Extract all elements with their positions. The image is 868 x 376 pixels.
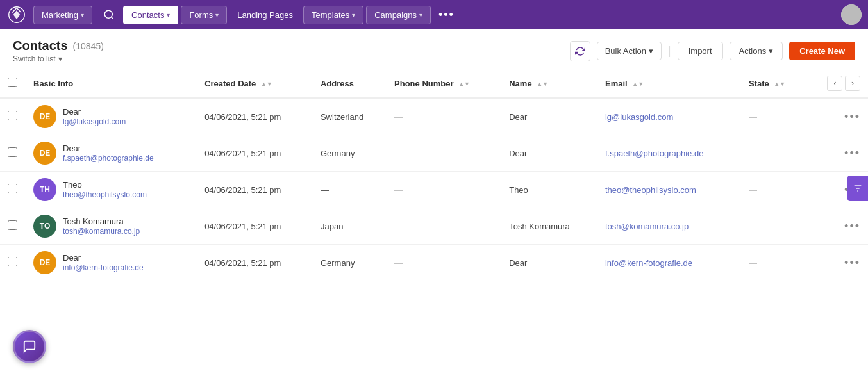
address-cell: Germany <box>313 135 387 172</box>
import-label: Import <box>689 46 712 56</box>
nav-templates[interactable]: Templates ▾ <box>303 6 363 24</box>
created-date-cell: 04/06/2021, 5:21 pm <box>197 245 313 281</box>
nav-campaigns[interactable]: Campaigns ▾ <box>366 6 431 24</box>
address-cell: Japan <box>313 208 387 245</box>
header-actions: Bulk Action ▾ | Import Actions ▾ Create … <box>570 41 855 61</box>
row-actions-cell: ••• <box>806 135 868 172</box>
select-all-col <box>0 69 26 98</box>
email-cell: f.spaeth@photographie.de <box>597 135 741 172</box>
row-checkbox-3[interactable] <box>8 184 17 193</box>
page-title: Contacts (10845) <box>13 38 104 53</box>
avatar: TO <box>33 215 56 238</box>
phone-cell: — <box>387 208 501 245</box>
col-email[interactable]: Email ▲▼ <box>597 69 741 98</box>
email-link[interactable]: f.spaeth@photographie.de <box>605 149 703 158</box>
col-nav-arrows: ‹ › <box>806 69 868 98</box>
forms-chevron-icon: ▾ <box>215 12 219 19</box>
nav-contacts-label: Contacts <box>131 10 164 20</box>
select-all-checkbox[interactable] <box>8 78 17 87</box>
email-cell: info@kern-fotografie.de <box>597 245 741 281</box>
nav-marketing[interactable]: Marketing ▾ <box>33 6 92 24</box>
avatar: DE <box>33 105 56 128</box>
state-cell: — <box>741 245 807 281</box>
col-name[interactable]: Name ▲▼ <box>501 69 597 98</box>
page-header: Contacts (10845) Switch to list ▾ Bulk A… <box>0 29 868 69</box>
email-link[interactable]: theo@theophilsyslo.com <box>605 185 696 195</box>
row-actions-cell: ••• <box>806 245 868 281</box>
contacts-title: Contacts <box>13 38 68 53</box>
templates-chevron-icon: ▾ <box>352 12 355 19</box>
row-checkbox-1[interactable] <box>8 111 17 120</box>
contact-email-link[interactable]: tosh@komamura.co.jp <box>63 227 140 236</box>
state-cell: — <box>741 135 807 172</box>
name-sort-icon: ▲▼ <box>537 81 548 87</box>
name-cell: Dear <box>501 135 597 172</box>
phone-cell: — <box>387 135 501 172</box>
filter-panel-button[interactable] <box>847 176 868 201</box>
refresh-button[interactable] <box>570 41 590 61</box>
nav-more[interactable]: ••• <box>433 4 460 26</box>
prev-page-button[interactable]: ‹ <box>827 76 842 91</box>
row-checkbox-2[interactable] <box>8 147 17 157</box>
phone-cell: — <box>387 172 501 208</box>
page-title-area: Contacts (10845) Switch to list ▾ <box>13 38 104 63</box>
contact-email-link[interactable]: theo@theophilsyslo.com <box>63 190 147 199</box>
col-phone-number[interactable]: Phone Number ▲▼ <box>387 69 501 98</box>
actions-dropdown[interactable]: Actions ▾ <box>730 42 783 60</box>
contact-email-link[interactable]: f.spaeth@photographie.de <box>63 154 154 163</box>
basic-info-cell: DE Dear info@kern-fotografie.de <box>26 245 197 281</box>
nav-landing-pages[interactable]: Landing Pages <box>230 6 301 24</box>
bulk-action-label: Bulk Action <box>605 46 646 56</box>
marketing-chevron-icon: ▾ <box>81 12 84 19</box>
nav-contacts[interactable]: Contacts ▾ <box>123 6 178 24</box>
row-checkbox-cell <box>0 172 26 208</box>
nav-forms-label: Forms <box>189 10 213 20</box>
row-checkbox-cell <box>0 135 26 172</box>
user-avatar[interactable] <box>841 4 862 25</box>
app-logo[interactable] <box>6 4 27 25</box>
row-checkbox-cell <box>0 208 26 245</box>
campaigns-chevron-icon: ▾ <box>419 12 422 19</box>
actions-chevron-icon: ▾ <box>769 46 773 56</box>
row-actions-cell: ••• <box>806 208 868 245</box>
col-created-date[interactable]: Created Date ▲▼ <box>197 69 313 98</box>
email-link[interactable]: tosh@komamura.co.jp <box>605 222 689 231</box>
row-more-button[interactable]: ••• <box>844 110 860 124</box>
create-new-button[interactable]: Create New <box>789 42 855 60</box>
switch-to-list[interactable]: Switch to list ▾ <box>13 54 104 63</box>
separator: | <box>668 44 671 58</box>
table-header-row: Basic Info Created Date ▲▼ Address Phone… <box>0 69 868 98</box>
state-cell: — <box>741 208 807 245</box>
basic-info-cell: TH Theo theo@theophilsyslo.com <box>26 172 197 208</box>
nav-forms[interactable]: Forms ▾ <box>181 6 227 24</box>
contacts-table-container: Basic Info Created Date ▲▼ Address Phone… <box>0 69 868 281</box>
contacts-chevron-icon: ▾ <box>167 12 170 19</box>
contact-email-link[interactable]: info@kern-fotografie.de <box>63 263 144 272</box>
row-checkbox-4[interactable] <box>8 220 17 230</box>
state-sort-icon: ▲▼ <box>774 81 785 87</box>
email-link[interactable]: info@kern-fotografie.de <box>605 258 692 268</box>
contact-email-link[interactable]: lg@lukasgold.com <box>63 117 126 126</box>
row-more-button[interactable]: ••• <box>844 147 860 160</box>
name-cell: Tosh Komamura <box>501 208 597 245</box>
address-cell: Germany <box>313 245 387 281</box>
row-more-button[interactable]: ••• <box>844 220 860 233</box>
col-address: Address <box>313 69 387 98</box>
contact-name: Theo <box>63 180 147 190</box>
next-page-button[interactable]: › <box>845 76 860 91</box>
row-more-button[interactable]: ••• <box>844 256 860 270</box>
nav-templates-label: Templates <box>312 10 349 20</box>
row-checkbox-5[interactable] <box>8 257 17 266</box>
svg-point-1 <box>104 10 112 18</box>
col-state[interactable]: State ▲▼ <box>741 69 807 98</box>
row-actions-cell: ••• <box>806 98 868 135</box>
avatar: DE <box>33 142 56 165</box>
import-button[interactable]: Import <box>678 42 723 60</box>
chat-widget-button[interactable] <box>13 330 46 363</box>
email-link[interactable]: lg@lukasgold.com <box>605 112 673 122</box>
name-cell: Dear <box>501 245 597 281</box>
name-cell: Theo <box>501 172 597 208</box>
bulk-action-dropdown[interactable]: Bulk Action ▾ <box>597 42 662 60</box>
search-icon[interactable] <box>97 3 121 26</box>
name-cell: Dear <box>501 98 597 135</box>
